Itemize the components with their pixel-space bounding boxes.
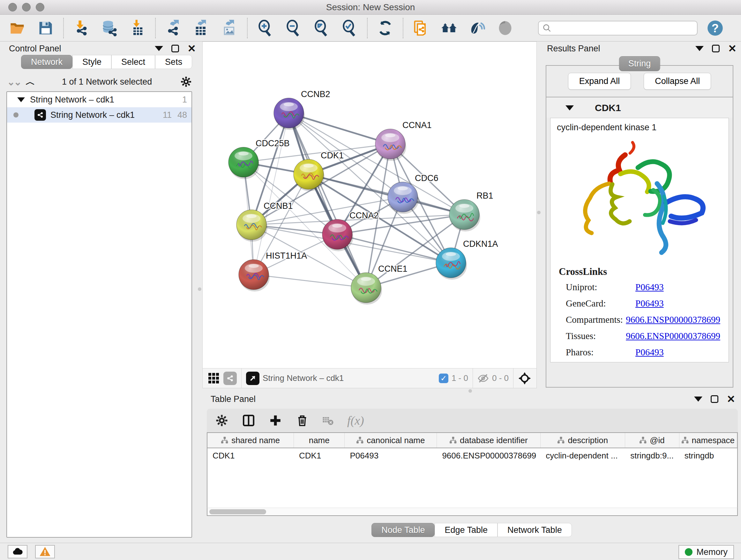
network-canvas[interactable]: CCNB2CCNA1CDC25BCDK1CDC6RB1CCNB1CCNA2CDK… [203,42,536,368]
zoom-fit-icon[interactable] [312,19,331,37]
collapse-all-networks-icon[interactable]: ︿ [25,75,34,88]
panel-menu-icon[interactable] [155,46,163,51]
genecard-link[interactable]: P06493 [635,298,664,309]
export-network-icon[interactable] [164,19,183,37]
column-header-namespace[interactable]: namespace [679,433,737,448]
pharos-link[interactable]: P06493 [635,347,664,358]
gene-section-header[interactable]: CDK1 [546,98,733,118]
close-window-button[interactable] [8,3,17,11]
string-import-icon[interactable] [412,19,430,37]
column-header-description[interactable]: description [541,433,625,448]
tab-style[interactable]: Style [72,55,111,69]
cell[interactable]: CDK1 [207,451,294,461]
expand-all-networks-icon[interactable]: ⌄⌄ [7,76,20,87]
float-panel-icon[interactable] [712,45,720,52]
refresh-view-icon[interactable] [376,19,394,37]
uniprot-link[interactable]: P06493 [635,282,664,293]
column-header-@id[interactable]: @id [625,433,679,448]
selected-checkbox-icon[interactable]: ✓ [439,374,448,383]
node-RB1[interactable]: RB1 [449,191,493,232]
node-HIST1H1A[interactable]: HIST1H1A [239,251,307,292]
collection-expand-icon[interactable] [17,98,25,102]
tab-network-table[interactable]: Network Table [497,523,572,537]
network-options-gear-icon[interactable] [180,76,192,88]
column-header-shared-name[interactable]: shared name [207,433,294,448]
minimize-window-button[interactable] [22,3,30,11]
warnings-button[interactable] [35,545,55,558]
show-hide-eye-icon[interactable] [496,19,515,37]
float-panel-icon[interactable] [172,45,179,52]
cell[interactable]: cyclin-dependent ... [541,451,625,461]
close-panel-icon[interactable]: ✕ [728,44,737,54]
search-box[interactable] [538,21,697,36]
graphics-details-icon[interactable] [468,19,486,37]
cell[interactable]: P06493 [345,451,437,461]
panel-menu-icon[interactable] [694,396,702,401]
scrollbar-thumb[interactable] [209,509,266,514]
search-input[interactable] [554,23,693,33]
tissues-link[interactable]: 9606.ENSP00000378699 [626,331,720,341]
column-header-name[interactable]: name [294,433,345,448]
node-CDC6[interactable]: CDC6 [388,173,439,214]
open-session-icon[interactable] [8,19,27,37]
tab-string[interactable]: String [619,56,660,71]
help-icon[interactable]: ? [706,19,724,37]
tab-node-table[interactable]: Node Table [372,523,434,537]
cell[interactable]: stringdb:9... [625,451,679,461]
delete-column-icon[interactable] [295,414,309,427]
cell[interactable]: CDK1 [294,451,345,461]
tab-edge-table[interactable]: Edge Table [434,523,497,537]
close-panel-icon[interactable]: ✕ [187,44,196,54]
node-CCNE1[interactable]: CCNE1 [351,264,408,305]
import-table-file-icon[interactable] [128,19,147,37]
network-collection-row[interactable]: String Network – cdk1 1 [7,92,192,107]
float-panel-icon[interactable] [711,395,718,403]
compartments-link[interactable]: 9606.ENSP00000378699 [626,314,720,325]
table-horizontal-scrollbar[interactable] [207,508,738,516]
panel-menu-icon[interactable] [695,46,704,51]
table-row[interactable]: CDK1CDK1P064939606.ENSP00000378699cyclin… [207,448,737,463]
cloud-button[interactable] [8,545,27,558]
zoom-selected-icon[interactable] [340,19,359,37]
node-CDC25B[interactable]: CDC25B [228,138,290,179]
section-collapse-icon[interactable] [565,105,574,111]
cell[interactable]: 9606.ENSP00000378699 [437,451,541,461]
export-table-icon[interactable] [192,19,211,37]
export-image-icon[interactable] [220,19,239,37]
table-options-gear-icon[interactable] [215,414,228,427]
save-session-icon[interactable] [37,19,55,37]
add-column-icon[interactable] [269,414,282,427]
fit-selected-crosshair-icon[interactable] [518,372,531,385]
import-network-file-icon[interactable] [72,19,91,37]
import-network-database-icon[interactable] [100,19,119,37]
node-CDKN1A[interactable]: CDKN1A [436,239,498,280]
birds-eye-view-icon[interactable] [208,373,219,383]
show-columns-icon[interactable] [242,414,255,427]
close-panel-icon[interactable]: ✕ [727,394,735,404]
open-in-window-icon[interactable] [246,372,259,385]
table-header-row[interactable]: shared namenamecanonical namedatabase id… [207,433,737,448]
column-header-canonical-name[interactable]: canonical name [345,433,437,448]
memory-button[interactable]: Memory [678,545,734,559]
column-header-database-identifier[interactable]: database identifier [437,433,541,448]
network-row[interactable]: String Network – cdk1 11 48 [7,107,192,123]
zoom-out-icon[interactable] [284,19,302,37]
right-splitter-handle[interactable] [537,211,541,214]
cell[interactable]: stringdb [679,451,737,461]
first-neighbors-icon[interactable] [440,19,458,37]
tab-network[interactable]: Network [21,55,72,69]
node-table[interactable]: shared namenamecanonical namedatabase id… [207,432,738,516]
node-CDK1[interactable]: CDK1 [293,151,344,191]
window-controls[interactable] [8,3,44,11]
bottom-splitter-handle[interactable] [468,389,472,393]
zoom-in-icon[interactable] [256,19,274,37]
collapse-all-button[interactable]: Collapse All [644,73,711,90]
maximize-window-button[interactable] [36,3,44,11]
node-CCNB1[interactable]: CCNB1 [237,201,293,242]
node-CCNA1[interactable]: CCNA1 [375,120,432,161]
tab-sets[interactable]: Sets [155,55,192,69]
network-badge-icon[interactable] [223,372,237,385]
hidden-eye-icon[interactable] [477,373,489,384]
left-splitter-handle[interactable] [198,287,201,291]
expand-all-button[interactable]: Expand All [568,73,631,90]
